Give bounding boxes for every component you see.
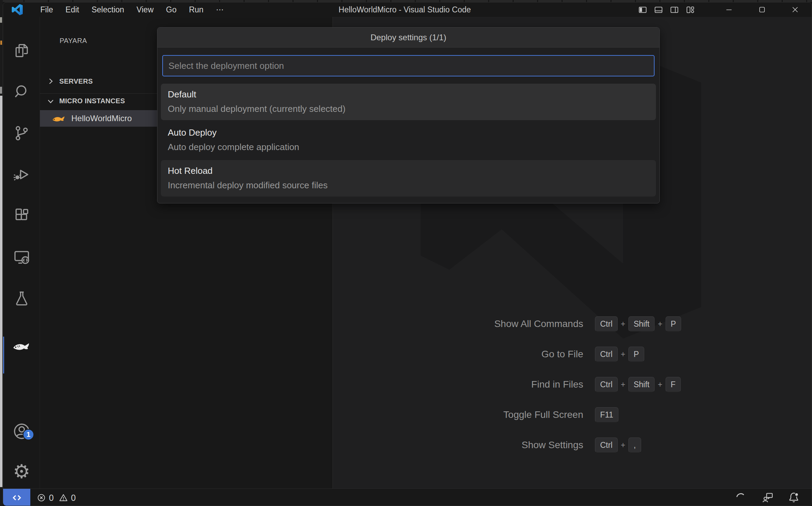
remote-indicator[interactable] — [3, 489, 30, 506]
shortcut-label: Find in Files — [390, 379, 583, 390]
sidebar-item-explorer[interactable] — [3, 41, 40, 60]
plus-separator: + — [621, 350, 625, 359]
sidebar-item-payara[interactable] — [3, 336, 40, 356]
quick-pick-item-description: Only manual deployment (currently select… — [168, 103, 656, 115]
keyboard-key: F — [666, 377, 681, 392]
menu-item-view[interactable]: View — [130, 2, 160, 17]
search-icon — [13, 83, 31, 101]
keyboard-key: , — [628, 438, 641, 453]
menu-item-selection[interactable]: Selection — [85, 2, 131, 17]
shortcut-label: Go to File — [390, 349, 583, 360]
feedback-icon — [762, 492, 774, 504]
problems-status[interactable]: 0 0 — [37, 489, 76, 506]
toggle-primary-sidebar-button[interactable] — [635, 2, 650, 17]
background-fragment — [0, 41, 2, 45]
sidebar-item-source-control[interactable] — [3, 124, 40, 143]
gear-icon: ⚙ — [13, 462, 30, 481]
toggle-secondary-sidebar-button[interactable] — [666, 2, 682, 17]
quick-pick-item-auto-deploy[interactable]: Auto DeployAuto deploy complete applicat… — [161, 122, 656, 158]
explorer-icon — [13, 42, 31, 60]
sidebar-item-remote-explorer[interactable] — [3, 247, 40, 267]
minimize-icon — [724, 5, 733, 14]
minimize-button[interactable] — [712, 2, 746, 17]
quick-pick-item-description: Auto deploy complete application — [168, 141, 656, 153]
quick-pick-item-label: Hot Reload — [168, 165, 656, 177]
feedback-button[interactable] — [760, 489, 775, 506]
shortcut-keys: F11 — [595, 407, 618, 422]
remote-icon — [11, 492, 23, 504]
shortcut-keys: Ctrl+Shift+P — [595, 316, 681, 331]
shortcut-row: Go to FileCtrl+P — [390, 339, 783, 369]
customize-layout-icon — [686, 5, 695, 14]
error-count: 0 — [49, 493, 54, 503]
plus-separator: + — [621, 380, 625, 389]
maximize-icon — [758, 5, 767, 14]
warning-count: 0 — [71, 493, 76, 503]
sidebar-item-testing[interactable] — [3, 289, 40, 308]
background-fragment — [0, 87, 2, 94]
background-fragment — [0, 17, 2, 23]
shortcut-keys: Ctrl+Shift+F — [595, 377, 681, 392]
shortcut-row: Show All CommandsCtrl+Shift+P — [390, 309, 783, 339]
accounts-button[interactable]: 1 — [3, 422, 40, 441]
plus-separator: + — [658, 319, 662, 329]
shortcut-label: Toggle Full Screen — [390, 409, 583, 420]
toggle-panel-button[interactable] — [650, 2, 666, 17]
close-button[interactable] — [779, 2, 812, 17]
quick-pick-input[interactable] — [162, 55, 655, 76]
chevron-right-icon — [46, 77, 55, 86]
shortcut-row: Find in FilesCtrl+Shift+F — [390, 369, 783, 400]
payara-fish-icon — [51, 113, 66, 124]
quick-pick-list: DefaultOnly manual deployment (currently… — [157, 84, 659, 197]
shortcut-label: Show Settings — [390, 440, 583, 451]
keyboard-key: P — [628, 347, 644, 362]
toggle-panel-icon — [654, 5, 663, 14]
plus-separator: + — [621, 441, 625, 450]
shortcut-label: Show All Commands — [390, 318, 583, 329]
background-scrollbar — [0, 96, 2, 487]
shortcut-keys: Ctrl+, — [595, 438, 641, 453]
testing-beaker-icon — [13, 289, 31, 307]
spinner-icon — [734, 492, 747, 504]
menu-item-file[interactable]: File — [34, 2, 59, 17]
quick-pick-item-default[interactable]: DefaultOnly manual deployment (currently… — [161, 84, 656, 120]
keyboard-key: Ctrl — [595, 316, 618, 331]
maximize-button[interactable] — [746, 2, 779, 17]
run-and-debug-icon — [13, 166, 31, 183]
toggle-primary-sidebar-icon — [638, 5, 647, 14]
quick-pick-dialog: Deploy settings (1/1) DefaultOnly manual… — [157, 27, 660, 203]
error-icon — [37, 493, 46, 503]
plus-separator: + — [621, 319, 625, 329]
menu-item-go[interactable]: Go — [160, 2, 183, 17]
activity-bar: 1 ⚙ — [3, 17, 40, 488]
settings-button[interactable]: ⚙ — [3, 462, 40, 481]
menu-item-[interactable]: ⋯ — [210, 2, 230, 17]
status-spinner — [733, 489, 748, 506]
sidebar-item-extensions[interactable] — [3, 206, 40, 225]
sidebar-title: PAYARA — [60, 37, 87, 45]
warning-icon — [59, 493, 68, 503]
shortcut-row: Show SettingsCtrl+, — [390, 430, 783, 460]
quick-pick-item-hot-reload[interactable]: Hot ReloadIncremental deploy modified so… — [161, 160, 656, 197]
keyboard-key: Ctrl — [595, 438, 618, 453]
quick-pick-title: Deploy settings (1/1) — [157, 28, 659, 48]
sidebar-item-run-and-debug[interactable] — [3, 165, 40, 184]
vscode-window: FileEditSelectionViewGoRun⋯ HelloWorldMi… — [3, 2, 812, 506]
menu-item-run[interactable]: Run — [183, 2, 209, 17]
plus-separator: + — [658, 380, 662, 389]
keyboard-key: Shift — [628, 377, 655, 392]
active-view-indicator — [3, 337, 4, 373]
menu-item-edit[interactable]: Edit — [59, 2, 85, 17]
titlebar-controls — [635, 2, 812, 17]
keyboard-key: P — [666, 316, 681, 331]
sidebar-item-search[interactable] — [3, 82, 40, 102]
accounts-badge: 1 — [23, 429, 34, 440]
notifications-button[interactable] — [786, 489, 801, 506]
extensions-icon — [13, 207, 31, 225]
customize-layout-button[interactable] — [682, 2, 698, 17]
background-window-sliver-left — [0, 0, 3, 506]
keyboard-key: Ctrl — [595, 347, 618, 362]
source-control-icon — [13, 124, 31, 142]
screen: FileEditSelectionViewGoRun⋯ HelloWorldMi… — [0, 0, 812, 506]
bell-dot-icon — [787, 491, 800, 504]
